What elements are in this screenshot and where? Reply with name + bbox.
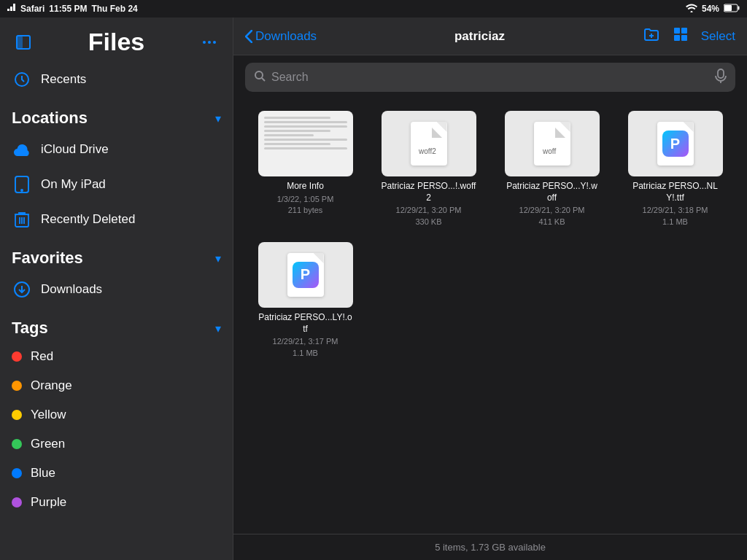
- recently-deleted-label: Recently Deleted: [41, 212, 135, 227]
- file-thumbnail-more-info: [258, 111, 353, 176]
- sidebar-item-tag-orange[interactable]: Orange: [12, 371, 221, 400]
- nav-back-button[interactable]: Downloads: [245, 29, 317, 44]
- file-name-otf: Patriciaz PERSO...LY!.otf: [258, 312, 353, 335]
- sidebar-item-tag-purple[interactable]: Purple: [12, 488, 221, 517]
- file-item-woff[interactable]: woff Patriciaz PERSO...Y!.woff 12/29/21,…: [498, 111, 606, 228]
- svg-point-27: [255, 71, 263, 79]
- sidebar-item-icloud[interactable]: iCloud Drive: [12, 132, 221, 167]
- svg-rect-4: [724, 5, 732, 11]
- tags-chevron-icon[interactable]: ▾: [215, 322, 221, 335]
- signal-icon: [7, 4, 16, 15]
- locations-chevron-icon[interactable]: ▾: [215, 112, 221, 125]
- on-my-ipad-label: On My iPad: [41, 177, 106, 192]
- file-name-woff2: Patriciaz PERSO...!.woff2: [382, 181, 476, 203]
- recents-icon: [12, 69, 32, 90]
- ipad-icon: [12, 174, 32, 195]
- icloud-label: iCloud Drive: [41, 142, 109, 157]
- status-bar: Safari 11:55 PM Thu Feb 24 54%: [0, 0, 747, 18]
- sidebar-item-tag-red[interactable]: Red: [12, 342, 221, 371]
- tag-yellow-label: Yellow: [31, 408, 66, 422]
- file-icon-otf: P: [287, 253, 324, 297]
- more-options-button[interactable]: [198, 31, 221, 54]
- file-item-ttf[interactable]: P Patriciaz PERSO...NLY!.ttf 12/29/21, 3…: [621, 111, 729, 228]
- file-thumbnail-woff2: woff2: [382, 111, 476, 176]
- search-input[interactable]: [271, 71, 709, 84]
- file-text-lines: [264, 117, 347, 152]
- tag-red-label: Red: [31, 349, 53, 364]
- search-icon: [254, 70, 266, 85]
- file-grid: More Info 1/3/22, 1:05 PM 211 bytes woff…: [233, 99, 747, 534]
- svg-point-13: [21, 190, 23, 191]
- file-item-woff2[interactable]: woff2 Patriciaz PERSO...!.woff2 12/29/21…: [374, 111, 483, 228]
- nav-title: patriciaz: [454, 29, 505, 44]
- sidebar-item-downloads[interactable]: Downloads: [12, 272, 221, 307]
- file-info-otf: Patriciaz PERSO...LY!.otf 12/29/21, 3:17…: [258, 312, 353, 359]
- file-item-more-info[interactable]: More Info 1/3/22, 1:05 PM 211 bytes: [251, 111, 360, 228]
- file-thumbnail-woff: woff: [505, 111, 600, 176]
- new-folder-button[interactable]: [643, 26, 660, 47]
- recents-section: Recents: [0, 62, 233, 97]
- search-input-wrapper[interactable]: [245, 63, 735, 92]
- tag-blue-dot: [12, 468, 22, 478]
- sidebar-item-tag-yellow[interactable]: Yellow: [12, 400, 221, 429]
- battery-icon: [724, 4, 740, 15]
- favorites-header: Favorites ▾: [12, 237, 221, 272]
- downloads-icon: [12, 279, 32, 300]
- favorites-section: Favorites ▾ Downloads: [0, 237, 233, 307]
- wifi-icon: [686, 4, 697, 15]
- file-info-ttf: Patriciaz PERSO...NLY!.ttf 12/29/21, 3:1…: [628, 181, 723, 228]
- tag-green-label: Green: [31, 437, 65, 451]
- favorites-chevron-icon[interactable]: ▾: [215, 252, 221, 265]
- status-right: 54%: [686, 4, 740, 15]
- file-item-otf[interactable]: P Patriciaz PERSO...LY!.otf 12/29/21, 3:…: [251, 242, 360, 359]
- svg-rect-26: [681, 35, 687, 41]
- file-meta-woff: 12/29/21, 3:20 PM 411 KB: [505, 205, 600, 228]
- sidebar-item-recently-deleted[interactable]: Recently Deleted: [12, 202, 221, 237]
- tags-header: Tags ▾: [12, 307, 221, 342]
- svg-text:woff2: woff2: [418, 147, 436, 155]
- tags-title: Tags: [12, 319, 48, 338]
- svg-rect-5: [738, 6, 740, 9]
- nav-actions: Select: [643, 26, 735, 47]
- file-info-more-info: More Info 1/3/22, 1:05 PM 211 bytes: [258, 181, 353, 216]
- file-info-woff: Patriciaz PERSO...Y!.woff 12/29/21, 3:20…: [505, 181, 600, 228]
- tag-yellow-dot: [12, 410, 22, 420]
- svg-rect-29: [718, 69, 724, 78]
- svg-rect-24: [681, 28, 687, 34]
- svg-marker-2: [13, 4, 15, 11]
- file-meta-ttf: 12/29/21, 3:18 PM 1.1 MB: [628, 205, 723, 228]
- battery-percentage: 54%: [702, 4, 719, 14]
- favorites-title: Favorites: [12, 249, 83, 268]
- sidebar-item-tag-blue[interactable]: Blue: [12, 459, 221, 488]
- file-icon-woff: woff: [534, 122, 570, 166]
- view-toggle-button[interactable]: [672, 26, 689, 47]
- tags-section: Tags ▾ Red Orange Yellow Green Blue: [0, 307, 233, 517]
- select-button[interactable]: Select: [701, 29, 735, 44]
- file-name-ttf: Patriciaz PERSO...NLY!.ttf: [628, 181, 723, 203]
- file-thumbnail-otf: P: [258, 242, 353, 308]
- tag-green-dot: [12, 439, 22, 449]
- tag-purple-label: Purple: [31, 495, 66, 510]
- status-date: Thu Feb 24: [91, 4, 137, 14]
- nav-back-label: Downloads: [255, 29, 317, 44]
- svg-rect-23: [674, 28, 680, 34]
- sidebar-item-on-my-ipad[interactable]: On My iPad: [12, 167, 221, 202]
- tag-blue-label: Blue: [31, 466, 55, 481]
- file-icon-ttf: P: [657, 122, 694, 166]
- app-container: Files Recents Locations ▾: [0, 18, 747, 560]
- sidebar-collapse-button[interactable]: [12, 31, 35, 54]
- tag-red-dot: [12, 351, 22, 362]
- sidebar-header: Files: [0, 18, 233, 62]
- p-logo-otf: P: [293, 262, 319, 288]
- nav-bar: Downloads patriciaz Select: [233, 18, 747, 55]
- sidebar-item-recents[interactable]: Recents: [12, 62, 221, 97]
- microphone-icon[interactable]: [715, 69, 727, 86]
- svg-line-28: [262, 78, 265, 81]
- p-logo-ttf: P: [662, 131, 689, 157]
- locations-section: Locations ▾ iCloud Drive On My iPad Rec: [0, 97, 233, 237]
- sidebar-item-tag-green[interactable]: Green: [12, 429, 221, 459]
- locations-header: Locations ▾: [12, 97, 221, 132]
- file-meta: 1/3/22, 1:05 PM 211 bytes: [258, 194, 353, 217]
- file-thumbnail-ttf: P: [628, 111, 723, 176]
- tag-orange-dot: [12, 381, 22, 391]
